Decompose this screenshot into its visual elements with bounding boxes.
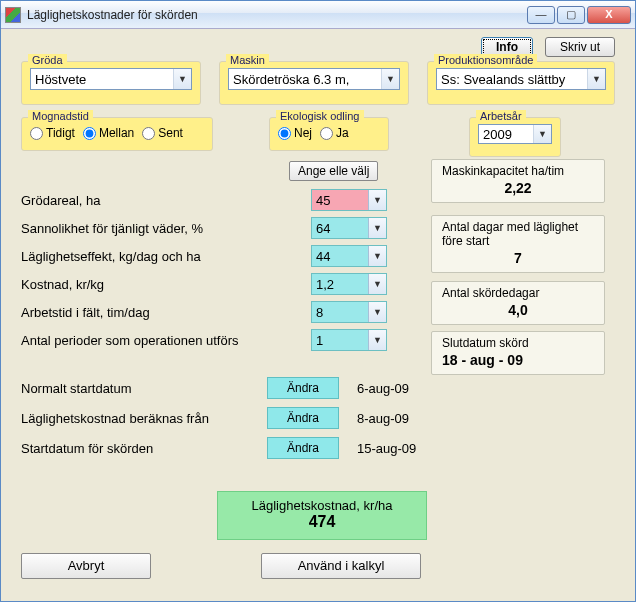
mognadstid-mellan[interactable]: Mellan	[83, 126, 134, 140]
groda-select[interactable]: Höstvete ▼	[30, 68, 192, 90]
skordedagar-value: 4,0	[442, 302, 594, 318]
omrade-value: Ss: Svealands slättby	[437, 72, 587, 87]
omrade-select[interactable]: Ss: Svealands slättby ▼	[436, 68, 606, 90]
beraknas-andra-button[interactable]: Ändra	[267, 407, 339, 429]
kostnad-label: Kostnad, kr/kg	[21, 277, 311, 292]
minimize-button[interactable]: —	[527, 6, 555, 24]
arbetstid-input[interactable]: ▼	[311, 301, 387, 323]
grodareal-label: Grödareal, ha	[21, 193, 311, 208]
slutdatum-title: Slutdatum skörd	[442, 336, 594, 350]
perioder-label: Antal perioder som operationen utförs	[21, 333, 311, 348]
arbetsar-fieldset: Arbetsår 2009 ▼	[469, 117, 561, 157]
chevron-down-icon: ▼	[368, 302, 386, 322]
dagar-value: 7	[442, 250, 594, 266]
groda-value: Höstvete	[31, 72, 173, 87]
perioder-input[interactable]: ▼	[311, 329, 387, 351]
skordedagar-title: Antal skördedagar	[442, 286, 594, 300]
groda-legend: Gröda	[28, 54, 67, 66]
kapacitet-value: 2,22	[442, 180, 594, 196]
omrade-fieldset: Produktionsområde Ss: Svealands slättby …	[427, 61, 615, 105]
chevron-down-icon: ▼	[381, 69, 399, 89]
mognadstid-legend: Mognadstid	[28, 110, 93, 122]
window: Läglighetskostnader för skörden — ▢ X In…	[0, 0, 636, 602]
chevron-down-icon: ▼	[173, 69, 191, 89]
sannolikhet-label: Sannolikhet för tjänligt väder, %	[21, 221, 311, 236]
avbryt-button[interactable]: Avbryt	[21, 553, 151, 579]
maskin-fieldset: Maskin Skördetröska 6.3 m, ▼	[219, 61, 409, 105]
normalt-value: 6-aug-09	[357, 381, 409, 396]
grodareal-input[interactable]: ▼	[311, 189, 387, 211]
content: Info Skriv ut Gröda Höstvete ▼ Maskin Sk…	[1, 29, 635, 601]
kapacitet-title: Maskinkapacitet ha/tim	[442, 164, 594, 178]
chevron-down-icon: ▼	[587, 69, 605, 89]
titlebar: Läglighetskostnader för skörden — ▢ X	[1, 1, 635, 29]
ekologisk-nej[interactable]: Nej	[278, 126, 312, 140]
arbetsar-legend: Arbetsår	[476, 110, 526, 122]
result-card: Läglighetskostnad, kr/ha 474	[217, 491, 427, 540]
arbetstid-label: Arbetstid i fält, tim/dag	[21, 305, 311, 320]
start-label: Startdatum för skörden	[21, 441, 267, 456]
laglighetseffekt-label: Läglighetseffekt, kg/dag och ha	[21, 249, 311, 264]
maskin-value: Skördetröska 6.3 m,	[229, 72, 381, 87]
app-icon	[5, 7, 21, 23]
normalt-andra-button[interactable]: Ändra	[267, 377, 339, 399]
slutdatum-value: 18 - aug - 09	[442, 352, 594, 368]
kostnad-input[interactable]: ▼	[311, 273, 387, 295]
mognadstid-fieldset: Mognadstid Tidigt Mellan Sent	[21, 117, 213, 151]
arbetsar-select[interactable]: 2009 ▼	[478, 124, 552, 144]
beraknas-value: 8-aug-09	[357, 411, 409, 426]
start-value: 15-aug-09	[357, 441, 416, 456]
groda-fieldset: Gröda Höstvete ▼	[21, 61, 201, 105]
ekologisk-legend: Ekologisk odling	[276, 110, 364, 122]
maskin-select[interactable]: Skördetröska 6.3 m, ▼	[228, 68, 400, 90]
ekologisk-fieldset: Ekologisk odling Nej Ja	[269, 117, 389, 151]
chevron-down-icon: ▼	[533, 125, 551, 143]
kapacitet-card: Maskinkapacitet ha/tim 2,22	[431, 159, 605, 203]
chevron-down-icon: ▼	[368, 330, 386, 350]
chevron-down-icon: ▼	[368, 246, 386, 266]
chevron-down-icon: ▼	[368, 190, 386, 210]
ange-valj-button[interactable]: Ange elle välj	[289, 161, 378, 181]
slutdatum-card: Slutdatum skörd 18 - aug - 09	[431, 331, 605, 375]
skordedagar-card: Antal skördedagar 4,0	[431, 281, 605, 325]
normalt-label: Normalt startdatum	[21, 381, 267, 396]
result-value: 474	[234, 513, 410, 531]
sannolikhet-input[interactable]: ▼	[311, 217, 387, 239]
maximize-button[interactable]: ▢	[557, 6, 585, 24]
print-button[interactable]: Skriv ut	[545, 37, 615, 57]
beraknas-label: Läglighetskostnad beräknas från	[21, 411, 267, 426]
laglighetseffekt-input[interactable]: ▼	[311, 245, 387, 267]
window-controls: — ▢ X	[527, 6, 631, 24]
mognadstid-tidigt[interactable]: Tidigt	[30, 126, 75, 140]
close-button[interactable]: X	[587, 6, 631, 24]
maskin-legend: Maskin	[226, 54, 269, 66]
omrade-legend: Produktionsområde	[434, 54, 537, 66]
window-title: Läglighetskostnader för skörden	[27, 8, 521, 22]
anvand-button[interactable]: Använd i kalkyl	[261, 553, 421, 579]
dagar-title: Antal dagar med läglighet före start	[442, 220, 594, 248]
ekologisk-ja[interactable]: Ja	[320, 126, 349, 140]
start-andra-button[interactable]: Ändra	[267, 437, 339, 459]
chevron-down-icon: ▼	[368, 218, 386, 238]
result-title: Läglighetskostnad, kr/ha	[234, 498, 410, 513]
mognadstid-sent[interactable]: Sent	[142, 126, 183, 140]
arbetsar-value: 2009	[479, 127, 533, 142]
dagar-card: Antal dagar med läglighet före start 7	[431, 215, 605, 273]
chevron-down-icon: ▼	[368, 274, 386, 294]
